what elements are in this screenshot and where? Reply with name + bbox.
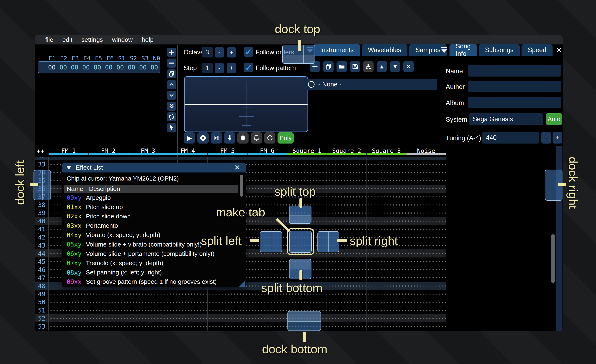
- pattern-cell[interactable]: [366, 168, 406, 176]
- pattern-cell[interactable]: [327, 217, 366, 225]
- pattern-cell[interactable]: [49, 314, 88, 322]
- instrument-floppy-button[interactable]: [350, 61, 360, 72]
- author-field[interactable]: [468, 81, 561, 92]
- pattern-cell[interactable]: [128, 322, 168, 330]
- octave-minus-button[interactable]: -: [215, 47, 224, 58]
- pattern-cell[interactable]: [128, 298, 168, 306]
- pattern-cell[interactable]: [327, 168, 366, 176]
- order-cell[interactable]: 00: [58, 64, 69, 71]
- pattern-cell[interactable]: [208, 314, 247, 322]
- pattern-cell[interactable]: [327, 157, 366, 160]
- pattern-cell[interactable]: [406, 314, 446, 322]
- pattern-cell[interactable]: [327, 209, 366, 217]
- instrument-tree-button[interactable]: [363, 61, 373, 72]
- poly-button[interactable]: Poly: [277, 132, 294, 144]
- pattern-cell[interactable]: [128, 314, 168, 322]
- pattern-cell[interactable]: [247, 177, 287, 185]
- menu-item-file[interactable]: file: [41, 36, 58, 43]
- step-row-button[interactable]: [224, 132, 235, 144]
- pattern-cell[interactable]: [406, 177, 446, 185]
- tuning-field[interactable]: 440: [482, 132, 539, 144]
- repeat-pattern-button[interactable]: [264, 132, 276, 144]
- pattern-cell[interactable]: [366, 290, 406, 298]
- effect-row-09xx[interactable]: 09xxSet groove pattern (speed 1 if no gr…: [64, 277, 242, 286]
- song-info-collapse-icon[interactable]: [441, 47, 448, 53]
- pattern-cell[interactable]: [49, 306, 88, 314]
- step-plus-button[interactable]: +: [227, 63, 236, 73]
- pattern-cell[interactable]: [327, 193, 366, 201]
- pattern-cell[interactable]: [88, 306, 128, 314]
- pattern-row-32[interactable]: 32: [35, 157, 446, 160]
- order-cell[interactable]: 00: [80, 64, 92, 71]
- order-minus-button[interactable]: [167, 58, 176, 68]
- pattern-cell[interactable]: [406, 322, 446, 330]
- pattern-cell[interactable]: [247, 314, 287, 322]
- pattern-cell[interactable]: [208, 306, 247, 314]
- pattern-cell[interactable]: [287, 160, 327, 168]
- instrument-triangle-down-button[interactable]: ▼: [390, 61, 400, 72]
- pattern-cell[interactable]: [287, 298, 327, 306]
- pattern-cell[interactable]: [128, 306, 168, 314]
- metronome-button[interactable]: [251, 132, 262, 144]
- pattern-cell[interactable]: [406, 249, 446, 257]
- pattern-cell[interactable]: [327, 177, 366, 185]
- octave-value[interactable]: 3: [201, 47, 213, 58]
- pattern-cell[interactable]: [366, 249, 406, 257]
- song-info-tab-song-info[interactable]: Song Info: [449, 44, 477, 56]
- pattern-cell[interactable]: [327, 282, 366, 290]
- pattern-cell[interactable]: [208, 157, 247, 160]
- pattern-cell[interactable]: [406, 241, 446, 249]
- effect-row-00xy[interactable]: 00xyArpeggio: [64, 193, 242, 202]
- pattern-cell[interactable]: [406, 282, 446, 290]
- effect-row-06xy[interactable]: 06xyVolume slide + portamento (compatibi…: [64, 249, 242, 258]
- order-cell[interactable]: 00: [126, 64, 137, 71]
- order-cell[interactable]: 00: [46, 64, 58, 71]
- order-cell[interactable]: 00: [92, 64, 103, 71]
- album-field[interactable]: [468, 97, 561, 108]
- instrument-copy-button[interactable]: [323, 61, 334, 72]
- dock-bottom-target[interactable]: [287, 311, 321, 331]
- stop-button[interactable]: [237, 132, 249, 144]
- step-minus-button[interactable]: -: [215, 63, 224, 73]
- order-chevron-down-button[interactable]: [167, 91, 176, 100]
- order-cell[interactable]: 00: [137, 64, 149, 71]
- pattern-cell[interactable]: [406, 209, 446, 217]
- effect-row-01xx[interactable]: 01xxPitch slide up: [64, 202, 242, 211]
- pattern-cell[interactable]: [366, 314, 406, 322]
- effect-list-titlebar[interactable]: Effect List ✕: [62, 163, 246, 173]
- pattern-cell[interactable]: [247, 306, 287, 314]
- pattern-cell[interactable]: [208, 322, 247, 330]
- pattern-cell[interactable]: [128, 157, 168, 160]
- pattern-cell[interactable]: [406, 201, 446, 209]
- pattern-scrollbar-thumb[interactable]: [551, 234, 555, 283]
- order-double-chevron-down-button[interactable]: [167, 102, 176, 111]
- pattern-cell[interactable]: [366, 298, 406, 306]
- pattern-cell[interactable]: [406, 257, 446, 266]
- order-pointer-button[interactable]: [167, 123, 176, 132]
- pattern-cell[interactable]: [366, 160, 406, 168]
- split-right-target[interactable]: [317, 231, 339, 252]
- pattern-cell[interactable]: [366, 225, 406, 233]
- pattern-cell[interactable]: [88, 298, 128, 306]
- pattern-cell[interactable]: [366, 274, 406, 282]
- split-left-target[interactable]: [260, 231, 282, 252]
- pattern-cell[interactable]: [406, 266, 446, 274]
- pattern-cell[interactable]: [247, 168, 287, 176]
- auto-system-button[interactable]: Auto: [546, 113, 562, 125]
- system-field[interactable]: Sega Genesis: [469, 113, 544, 125]
- order-cell[interactable]: 00: [114, 64, 126, 71]
- pattern-cell[interactable]: [247, 266, 287, 274]
- pattern-row-49[interactable]: 49: [35, 290, 446, 298]
- pattern-row-51[interactable]: 51: [35, 306, 446, 314]
- menu-item-edit[interactable]: edit: [58, 36, 77, 43]
- pattern-cell[interactable]: [406, 233, 446, 241]
- order-cell[interactable]: 00: [103, 64, 114, 71]
- close-icon[interactable]: ✕: [233, 163, 242, 172]
- song-info-tab-speed[interactable]: Speed: [522, 44, 552, 56]
- effect-row-03xx[interactable]: 03xxPortamento: [64, 221, 242, 230]
- order-cell[interactable]: 00: [69, 64, 80, 71]
- pattern-cell[interactable]: [406, 274, 446, 282]
- instruments-tab-wavetables[interactable]: Wavetables: [362, 44, 408, 56]
- instrument-list-item[interactable]: - None -: [304, 79, 437, 90]
- pattern-cell[interactable]: [168, 157, 208, 160]
